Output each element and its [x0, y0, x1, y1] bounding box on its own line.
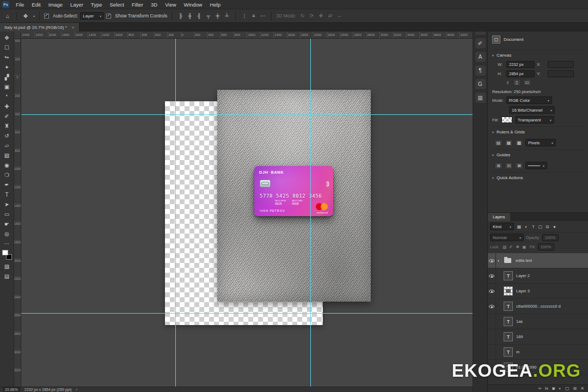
- healing-brush-tool[interactable]: ✚: [1, 101, 14, 111]
- layer-fill-input[interactable]: 100%: [538, 243, 554, 250]
- blur-tool[interactable]: ◉: [1, 160, 14, 170]
- visibility-toggle[interactable]: [488, 284, 496, 298]
- layer-name[interactable]: 1as: [516, 319, 523, 324]
- grid-icon[interactable]: ▦: [505, 139, 513, 146]
- height-input[interactable]: 2854 px: [506, 70, 535, 77]
- layer-name[interactable]: 169: [516, 334, 523, 339]
- guide-layout-icon[interactable]: ⊟: [505, 162, 513, 169]
- quick-actions-section-header[interactable]: Quick Actions: [492, 172, 584, 182]
- new-group-icon[interactable]: ▢: [565, 386, 569, 391]
- layer-row-ciba[interactable]: ▾ ciba900000...ccccccc0 d: [488, 299, 588, 314]
- guides-section-header[interactable]: Guides: [492, 149, 584, 160]
- width-input[interactable]: 2232 px: [506, 61, 535, 68]
- menu-item[interactable]: Edit: [28, 1, 44, 8]
- crop-tool[interactable]: ▞: [1, 72, 14, 82]
- tool-preset-caret-icon[interactable]: ▾: [33, 14, 35, 18]
- 3d-slide-icon[interactable]: ⇄: [326, 12, 334, 20]
- clone-stamp-tool[interactable]: ♜: [1, 121, 14, 131]
- path-selection-tool[interactable]: ➤: [1, 199, 14, 209]
- marquee-tool[interactable]: ☐: [1, 42, 14, 52]
- quick-selection-tool[interactable]: ✦: [1, 62, 14, 72]
- layer-filter-kind-dropdown[interactable]: Kind: [490, 223, 514, 230]
- color-mode-dropdown[interactable]: RGB Color: [506, 96, 552, 104]
- guide-vertical[interactable]: [175, 39, 176, 387]
- move-tool[interactable]: ✥: [1, 33, 14, 42]
- libraries-panel-icon[interactable]: ▥: [475, 93, 486, 103]
- ruler-icon[interactable]: ▤: [494, 139, 503, 146]
- canvas-area[interactable]: DJH›BANK ))) 5778 5425 8012 3456 VALID F…: [21, 39, 473, 387]
- glyphs-panel-icon[interactable]: G: [475, 79, 486, 89]
- layer-name[interactable]: m: [516, 350, 519, 354]
- delete-layer-icon[interactable]: ✕: [580, 386, 584, 391]
- clear-guides-icon[interactable]: ⊠: [515, 162, 523, 169]
- menu-item[interactable]: View: [161, 1, 180, 8]
- menu-item[interactable]: File: [12, 1, 28, 8]
- menu-item[interactable]: Window: [180, 1, 206, 8]
- color-swatches[interactable]: [2, 250, 13, 260]
- screen-mode-icon[interactable]: ▤: [1, 271, 14, 281]
- menu-item[interactable]: 3D: [147, 1, 161, 8]
- filter-toggle-icon[interactable]: ●: [551, 223, 558, 230]
- rulers-grids-section-header[interactable]: Rulers & Grids: [492, 126, 584, 137]
- lasso-tool[interactable]: ↬: [1, 52, 14, 62]
- layer-row-1as[interactable]: ▾ 1as: [488, 314, 588, 329]
- smart-object-filter-icon[interactable]: ◘: [544, 223, 551, 230]
- bank-card-image[interactable]: DJH›BANK ))) 5778 5425 8012 3456 VALID F…: [254, 166, 333, 216]
- close-tab-icon[interactable]: ×: [72, 25, 75, 30]
- menu-item[interactable]: Help: [206, 1, 224, 8]
- layer-row-layer-2[interactable]: ▾ Layer 2: [488, 268, 588, 284]
- layer-style-icon[interactable]: fx: [545, 386, 548, 391]
- shape-tool[interactable]: ▭: [1, 209, 14, 219]
- shape-filter-icon[interactable]: ▢: [537, 223, 544, 230]
- home-icon[interactable]: ⌂: [3, 13, 12, 19]
- eraser-tool[interactable]: ▱: [1, 140, 14, 150]
- landscape-orientation-icon[interactable]: ▭: [523, 79, 531, 86]
- menu-item[interactable]: Select: [106, 1, 127, 8]
- 3d-orbit-icon[interactable]: ↻: [298, 12, 307, 20]
- link-layers-icon[interactable]: ∞: [538, 386, 541, 391]
- layer-row-edita-text[interactable]: ▾ edita text: [488, 253, 588, 268]
- auto-select-checkbox[interactable]: [44, 14, 49, 19]
- menu-item[interactable]: Image: [45, 1, 66, 8]
- paragraph-panel-icon[interactable]: ¶: [475, 65, 486, 76]
- menu-item[interactable]: Layer: [66, 1, 87, 8]
- align-bottom-icon[interactable]: ╧: [223, 12, 231, 20]
- 3d-pan-icon[interactable]: ✥: [317, 12, 325, 20]
- layer-row-m[interactable]: ▾ m: [488, 345, 588, 360]
- horizontal-ruler[interactable]: 2400220020001800160014001200100080060040…: [21, 32, 473, 39]
- distribute-horizontal-icon[interactable]: ≡: [249, 12, 258, 20]
- layer-name[interactable]: edita text: [516, 258, 532, 263]
- status-arrow-icon[interactable]: ›: [76, 388, 77, 391]
- guide-vertical[interactable]: [310, 39, 311, 387]
- align-center-h-icon[interactable]: ╫: [186, 12, 194, 20]
- layer-name[interactable]: Layer 2: [516, 273, 530, 278]
- auto-select-target-dropdown[interactable]: Layer: [80, 12, 104, 20]
- adjustment-layer-icon[interactable]: ◐: [559, 386, 561, 391]
- guide-style-dropdown[interactable]: [525, 162, 547, 169]
- visibility-toggle[interactable]: [488, 329, 496, 344]
- align-top-icon[interactable]: ╤: [204, 12, 212, 20]
- layers-tab[interactable]: Layers: [488, 213, 510, 221]
- document-selector[interactable]: ▢ Document: [492, 34, 584, 47]
- fill-swatch[interactable]: [501, 117, 512, 123]
- brush-tool[interactable]: ✐: [1, 111, 14, 121]
- eyedropper-tool[interactable]: ❜: [1, 91, 14, 101]
- type-filter-icon[interactable]: T: [530, 223, 537, 230]
- layer-row-layer-3[interactable]: ▾ Layer 3: [488, 284, 588, 299]
- bit-depth-dropdown[interactable]: 16 Bits/Channel: [509, 106, 555, 114]
- frame-tool[interactable]: ▣: [1, 82, 14, 91]
- x-input[interactable]: [548, 61, 574, 68]
- hand-tool[interactable]: ☛: [1, 219, 14, 229]
- guide-horizontal[interactable]: [21, 313, 473, 314]
- link-dimensions-icon[interactable]: ∞: [505, 81, 510, 84]
- menu-item[interactable]: Type: [87, 1, 106, 8]
- zoom-level-field[interactable]: 20.66%: [3, 387, 20, 392]
- blend-mode-dropdown[interactable]: Normal: [490, 234, 524, 241]
- y-input[interactable]: [548, 70, 574, 77]
- lock-all-icon[interactable]: ▣: [521, 244, 528, 250]
- guide-horizontal[interactable]: [21, 114, 473, 115]
- edit-toolbar-icon[interactable]: ⋯: [1, 238, 14, 248]
- brush-settings-panel-icon[interactable]: ✐: [475, 38, 486, 48]
- document-tab[interactable]: Italy id.psd @ 20.7% (RGB/16) * ×: [0, 23, 79, 32]
- character-panel-icon[interactable]: A: [475, 52, 486, 62]
